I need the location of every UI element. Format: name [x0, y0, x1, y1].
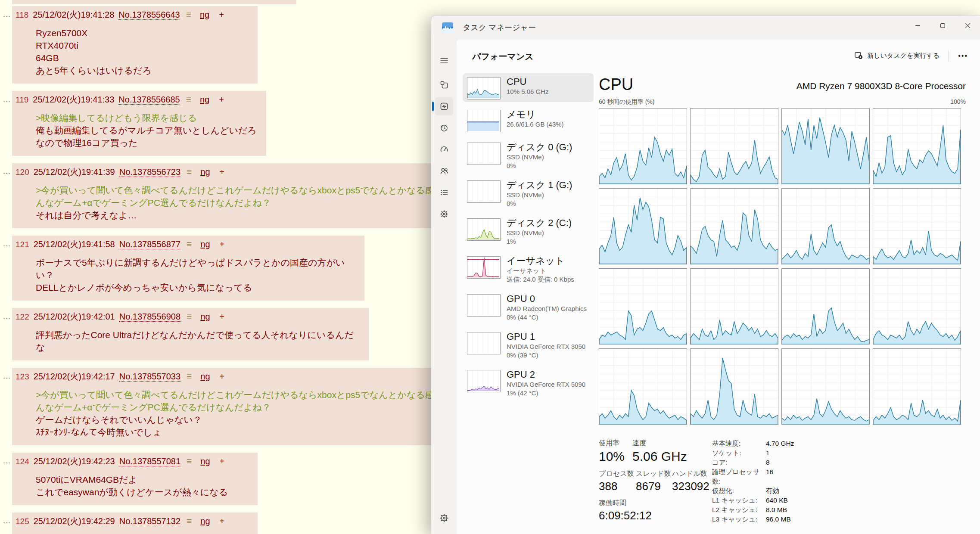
- device-title: GPU 2: [507, 369, 585, 380]
- device-subtitle: イーサネット: [507, 267, 574, 275]
- post-ng-link[interactable]: ng: [200, 372, 210, 381]
- device-item-gpu-0[interactable]: GPU 0AMD Radeon(TM) Graphics0% (44 °C): [463, 290, 594, 324]
- close-icon[interactable]: [955, 16, 980, 35]
- nav-services-icon[interactable]: [435, 205, 453, 223]
- post-text-line: あと5年くらいはいけるだろ: [36, 64, 250, 77]
- forum-post-125: …12525/12/02(火)19:42:29No.1378557132≡ng+…: [12, 512, 258, 534]
- post-expand-link[interactable]: +: [219, 95, 224, 104]
- post-no-link[interactable]: No.1378557033: [119, 372, 180, 382]
- post-expand-link[interactable]: +: [219, 10, 224, 19]
- nav-performance-icon[interactable]: [435, 97, 453, 115]
- post-list-icon[interactable]: ≡: [187, 371, 192, 381]
- post-no-link[interactable]: No.1378556643: [118, 10, 180, 20]
- minimize-icon[interactable]: [905, 16, 930, 35]
- post-expand-link[interactable]: +: [220, 372, 225, 381]
- post-ng-link[interactable]: ng: [200, 167, 210, 177]
- post-list-icon[interactable]: ≡: [187, 239, 192, 249]
- post-list-icon[interactable]: ≡: [187, 167, 192, 177]
- post-no-link[interactable]: No.1378556723: [119, 167, 180, 177]
- post-menu-dots[interactable]: …: [3, 9, 11, 19]
- post-ng-link[interactable]: ng: [200, 95, 209, 104]
- post-body: 5070tiにVRAM64GBだよこれでeasywanが動くけどケースが熱々にな…: [36, 473, 250, 498]
- spec-value: 1: [766, 448, 794, 458]
- device-subtitle: AMD Radeon(TM) Graphics: [507, 304, 587, 313]
- spec-label: 論理プロセッサ数:: [712, 467, 766, 486]
- post-list-icon[interactable]: ≡: [187, 456, 192, 466]
- post-date: 25/12/02(火)19:42:29: [34, 516, 115, 526]
- post-ng-link[interactable]: ng: [200, 10, 209, 19]
- core-usage-graph-12: [599, 348, 687, 425]
- device-item-gpu-2[interactable]: GPU 2NVIDIA GeForce RTX 50901% (42 °C): [463, 366, 594, 400]
- device-title: ディスク 2 (C:): [507, 217, 572, 229]
- post-no-link[interactable]: No.1378557132: [119, 516, 180, 526]
- more-options-button[interactable]: •••: [952, 50, 974, 62]
- post-menu-dots[interactable]: …: [3, 94, 11, 104]
- header-divider: [948, 50, 949, 62]
- core-usage-graph-14: [781, 348, 870, 425]
- post-menu-dots[interactable]: …: [3, 516, 11, 525]
- device-subtitle: 0%: [507, 161, 572, 170]
- nav-startup-apps-icon[interactable]: [435, 140, 453, 158]
- post-text-line: 5070tiにVRAM64GBだよ: [36, 473, 250, 486]
- core-usage-graph-4: [599, 188, 687, 264]
- post-text-line: 俺も動画編集してるがマルチコア無いとしんどいだろ: [36, 124, 258, 137]
- cpu-spec-table: 基本速度:4.70 GHzソケット:1コア:8論理プロセッサ数:16仮想化:有効…: [712, 439, 794, 524]
- post-no-link[interactable]: No.1378556877: [119, 239, 180, 249]
- device-item-メモリ[interactable]: メモリ26.6/61.6 GB (43%): [463, 106, 594, 135]
- spec-label: 基本速度:: [712, 439, 766, 448]
- spec-label: コア:: [712, 458, 766, 467]
- post-menu-dots[interactable]: …: [3, 239, 11, 248]
- processor-name: AMD Ryzen 7 9800X3D 8-Core Processor: [796, 81, 966, 93]
- nav-users-icon[interactable]: [435, 162, 453, 180]
- post-list-icon[interactable]: ≡: [186, 94, 191, 104]
- forum-post-118: …11825/12/02(火)19:41:28No.1378556643≡ng+…: [12, 6, 258, 84]
- device-title: ディスク 1 (G:): [507, 179, 572, 191]
- post-no-link[interactable]: No.1378556908: [119, 312, 180, 322]
- post-menu-dots[interactable]: …: [3, 311, 11, 321]
- post-expand-link[interactable]: +: [220, 312, 225, 321]
- post-expand-link[interactable]: +: [220, 239, 225, 249]
- post-header: 11925/12/02(火)19:41:33No.1378556685≡ng+: [16, 94, 258, 106]
- device-item-ディスク-2-(c:)[interactable]: ディスク 2 (C:)SSD (NVMe)1%: [463, 214, 594, 248]
- core-usage-graph-2: [781, 108, 870, 184]
- title-bar[interactable]: タスク マネージャー: [431, 16, 980, 40]
- nav-processes-icon[interactable]: [435, 76, 453, 94]
- post-list-icon[interactable]: ≡: [187, 311, 192, 321]
- post-ng-link[interactable]: ng: [200, 516, 210, 526]
- settings-gear-icon[interactable]: [435, 509, 453, 527]
- post-ng-link[interactable]: ng: [200, 312, 210, 321]
- post-list-icon[interactable]: ≡: [187, 516, 192, 526]
- post-expand-link[interactable]: +: [220, 516, 225, 526]
- nav-app-history-icon[interactable]: [435, 119, 453, 137]
- post-ng-link[interactable]: ng: [200, 239, 210, 249]
- device-subtitle: 送信: 24.0 受信: 0 Kbps: [507, 275, 574, 284]
- post-menu-dots[interactable]: …: [3, 371, 11, 381]
- maximize-icon[interactable]: [930, 16, 955, 35]
- nav-details-icon[interactable]: [435, 183, 453, 202]
- device-item-ディスク-1-(g:)[interactable]: ディスク 1 (G:)SSD (NVMe)0%: [463, 177, 594, 211]
- post-list-icon[interactable]: ≡: [186, 9, 191, 19]
- post-text-line: DELLとかレノボが今めっちゃ安いから気になってる: [36, 281, 357, 294]
- device-item-ディスク-0-(g:)[interactable]: ディスク 0 (G:)SSD (NVMe)0%: [463, 139, 594, 173]
- run-new-task-button[interactable]: 新しいタスクを実行する: [849, 48, 945, 63]
- device-subtitle: NVIDIA GeForce RTX 3050: [507, 342, 585, 351]
- device-item-cpu[interactable]: CPU10% 5.06 GHz: [463, 73, 594, 102]
- device-subtitle: 0%: [507, 199, 572, 208]
- device-subtitle: SSD (NVMe): [507, 229, 572, 237]
- device-subtitle: 0% (39 °C): [507, 351, 585, 360]
- post-no-link[interactable]: No.1378557081: [119, 456, 180, 466]
- post-menu-dots[interactable]: …: [3, 456, 11, 466]
- device-subtitle: 26.6/61.6 GB (43%): [507, 120, 564, 129]
- post-ng-link[interactable]: ng: [200, 456, 210, 466]
- device-item-gpu-1[interactable]: GPU 1NVIDIA GeForce RTX 30500% (39 °C): [463, 328, 594, 362]
- hamburger-menu-icon[interactable]: [435, 52, 453, 70]
- post-expand-link[interactable]: +: [220, 456, 225, 466]
- post-number: 124: [16, 457, 29, 466]
- post-no-link[interactable]: No.1378556685: [118, 95, 180, 105]
- core-usage-graph-1: [690, 108, 778, 184]
- cpu-heading: CPU: [599, 76, 633, 93]
- post-menu-dots[interactable]: …: [3, 167, 11, 176]
- device-item-イーサネット[interactable]: イーサネットイーサネット送信: 24.0 受信: 0 Kbps: [463, 252, 594, 286]
- spec-label: L3 キャッシュ:: [712, 515, 766, 524]
- post-expand-link[interactable]: +: [220, 167, 225, 177]
